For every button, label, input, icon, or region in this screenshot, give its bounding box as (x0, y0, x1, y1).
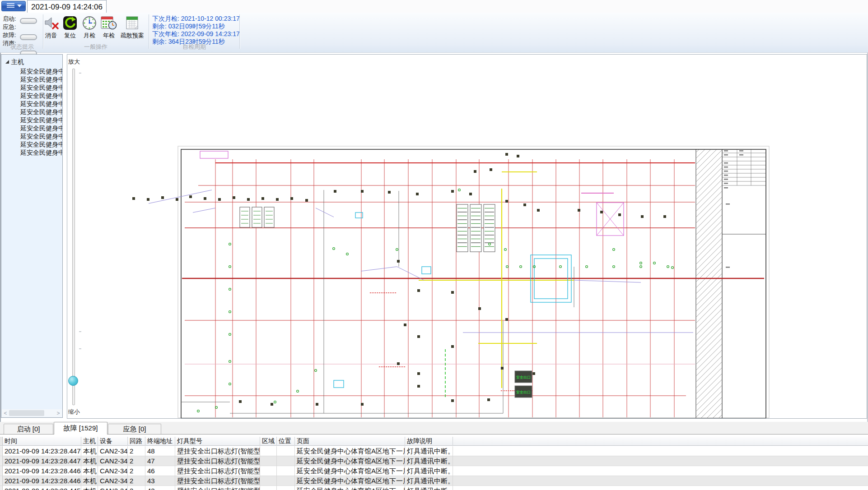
tree-item[interactable]: 延安全民健身中 (20, 108, 63, 116)
column-header[interactable]: 主机 (81, 437, 98, 446)
calendar-clock-icon (101, 15, 117, 31)
status-indicator-emergency (20, 34, 37, 40)
group-caption-actions: 一般操作 (44, 43, 148, 51)
status-row-fault: 故障: (3, 31, 16, 39)
zoom-slider-track[interactable] (72, 69, 75, 405)
grid-body: 2021-09-09 14:23:28.447本机CAN2-34248壁挂安全出… (0, 446, 868, 490)
table-cell: 2 (128, 486, 145, 490)
next-monthly-check: 下次月检: 2021-10-12 00:23:17 (152, 15, 240, 23)
scroll-left-icon[interactable]: < (2, 409, 9, 417)
table-row[interactable]: 2021-09-09 14:23:28.446本机CAN2-34246壁挂安全出… (0, 466, 868, 476)
column-header[interactable]: 位置 (277, 437, 295, 446)
table-cell (277, 486, 295, 490)
zoom-out-button[interactable]: 缩小 (68, 408, 80, 416)
table-cell: 壁挂安全出口标志灯(智能型) (175, 446, 260, 456)
table-cell: 延安全民健身中心体育馆A区地下一层 (295, 456, 405, 466)
table-cell: 延安全民健身中心体育馆A区地下一层 (295, 486, 405, 490)
floorplan-panel: 放大 缩小 安全出口安全出口 (67, 54, 867, 419)
table-cell: 延安全民健身中心体育馆A区地下一层 (295, 476, 405, 486)
tree-item[interactable]: 延安全民健身中 (20, 124, 63, 132)
table-cell: 本机 (81, 476, 98, 486)
reset-button-label: 复位 (64, 32, 76, 40)
tree-item[interactable]: 延安全民健身中 (20, 100, 63, 108)
table-cell (260, 486, 277, 490)
table-cell: 灯具通讯中断。 (405, 486, 453, 490)
table-cell (277, 476, 295, 486)
table-cell (260, 456, 277, 466)
tree-item[interactable]: 延安全民健身中 (20, 140, 63, 148)
scroll-right-icon[interactable]: > (55, 409, 62, 417)
menu-button[interactable] (1, 1, 26, 11)
monthly-remaining: 剩余: 032日09时59分11秒 (152, 23, 225, 31)
column-header[interactable]: 设备 (98, 437, 128, 446)
grid-header: 时间主机设备回路终端地址灯具型号区域位置页面故障说明 (0, 437, 868, 446)
column-header[interactable]: 回路 (128, 437, 145, 446)
table-cell: 灯具通讯中断。 (405, 476, 453, 486)
column-header[interactable]: 终端地址 (145, 437, 175, 446)
tab-fault-label: 故障 [1529] (64, 424, 98, 433)
calendar-plan-icon (126, 15, 139, 31)
table-cell (277, 466, 295, 476)
table-cell: 2021-09-09 14:23:28.446 (3, 466, 81, 476)
scrollbar-thumb[interactable] (9, 410, 44, 416)
table-cell: CAN2-34 (98, 446, 128, 456)
table-row[interactable]: 2021-09-09 14:23:28.447本机CAN2-34248壁挂安全出… (0, 446, 868, 456)
status-row-start: 启动: (3, 15, 16, 23)
floorplan[interactable]: 安全出口安全出口 (81, 55, 867, 418)
table-cell: 48 (145, 446, 175, 456)
current-time-tab[interactable]: 2021-09-09 14:24:06 (27, 0, 107, 14)
scrollbar-track[interactable] (9, 409, 55, 417)
table-cell: 壁挂安全出口标志灯(智能型) (175, 476, 260, 486)
clock-icon (82, 15, 97, 31)
table-cell: CAN2-34 (98, 476, 128, 486)
tree-item[interactable]: 延安全民健身中 (20, 67, 63, 75)
table-cell: 本机 (81, 446, 98, 456)
table-cell: 2021-09-09 14:23:28.447 (3, 446, 81, 456)
tab-emergency[interactable]: 应急 [0] (108, 424, 161, 435)
zoom-in-button[interactable]: 放大 (68, 58, 80, 66)
evacuation-plan-button-label: 疏散预案 (121, 32, 144, 40)
event-tabbar: 启动 [0] 故障 [1529] 应急 [0] (0, 422, 868, 435)
table-cell: 延安全民健身中心体育馆A区地下一层 (295, 446, 405, 456)
table-row[interactable]: 2021-09-09 14:23:28.447本机CAN2-34247壁挂安全出… (0, 456, 868, 466)
next-annual-check: 下次年检: 2022-09-09 14:23:17 (152, 30, 240, 38)
tree-expander-icon[interactable] (5, 60, 9, 64)
tab-fault[interactable]: 故障 [1529] (54, 422, 107, 435)
table-cell (260, 476, 277, 486)
tree-horizontal-scrollbar[interactable]: < > (2, 409, 62, 417)
tab-start[interactable]: 启动 [0] (4, 424, 53, 435)
table-cell: 2 (128, 466, 145, 476)
menu-icon (4, 1, 23, 11)
column-header[interactable]: 区域 (260, 437, 277, 446)
titlebar: 2021-09-09 14:24:06 (0, 0, 868, 14)
table-cell: 灯具通讯中断。 (405, 446, 453, 456)
table-cell: 2021-09-09 14:23:28.446 (3, 476, 81, 486)
tree-item[interactable]: 延安全民健身中 (20, 148, 63, 157)
table-row[interactable]: 2021-09-09 14:23:28.446本机CAN2-34243壁挂安全出… (0, 476, 868, 486)
toolbar-separator (149, 14, 149, 49)
status-row-emergency: 应急: (3, 23, 16, 31)
zoom-slider-thumb[interactable] (68, 376, 78, 386)
table-cell: 42 (145, 486, 175, 490)
table-cell: CAN2-34 (98, 466, 128, 476)
table-row[interactable]: 2021-09-09 14:23:28.445本机CAN2-34242壁挂安全出… (0, 486, 868, 490)
tree-item[interactable]: 延安全民健身中 (20, 83, 63, 92)
mute-speaker-icon (43, 15, 59, 31)
table-cell: 壁挂安全出口标志灯(智能型) (175, 486, 260, 490)
tree-item[interactable]: 延安全民健身中 (20, 75, 63, 83)
tabbar-baseline (0, 434, 868, 435)
tree-root-host[interactable]: 主机 (11, 58, 24, 66)
toolbar: 启动: 应急: 故障: 消声: 状态提示 消音 复位 (0, 13, 868, 53)
tree-item[interactable]: 延安全民健身中 (20, 92, 63, 100)
tree-item[interactable]: 延安全民健身中 (20, 132, 63, 140)
column-header[interactable]: 灯具型号 (175, 437, 260, 446)
column-header[interactable]: 时间 (3, 437, 81, 446)
status-indicator-start (20, 18, 37, 24)
table-cell (277, 456, 295, 466)
column-header[interactable]: 页面 (295, 437, 405, 446)
table-cell (260, 446, 277, 456)
column-header[interactable]: 故障说明 (405, 437, 453, 446)
current-time-label: 2021-09-09 14:24:06 (31, 3, 103, 12)
host-tree-panel: 主机 延安全民健身中延安全民健身中延安全民健身中延安全民健身中延安全民健身中延安… (1, 54, 63, 418)
tree-item[interactable]: 延安全民健身中 (20, 116, 63, 124)
